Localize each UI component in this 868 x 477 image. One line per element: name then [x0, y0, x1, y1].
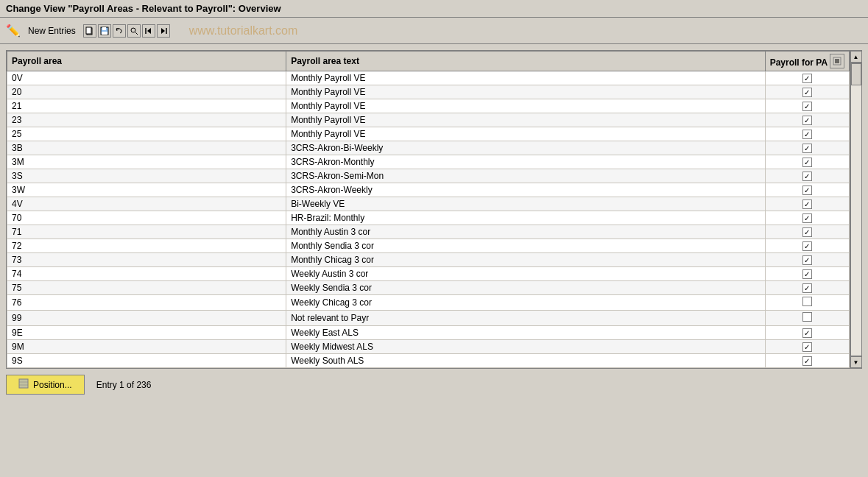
table-row[interactable]: 73Monthly Chicag 3 cor [7, 253, 850, 267]
cell-payroll-area: 74 [7, 267, 286, 281]
column-settings-icon[interactable] [830, 54, 844, 68]
cell-payroll-for-pa[interactable] [765, 141, 849, 155]
scroll-thumb[interactable] [851, 63, 861, 85]
cell-payroll-for-pa[interactable] [765, 113, 849, 127]
checkbox[interactable] [802, 227, 812, 237]
cell-payroll-area-text: Monthly Austin 3 cor [286, 225, 765, 239]
cell-payroll-for-pa[interactable] [765, 169, 849, 183]
cell-payroll-for-pa[interactable] [765, 267, 849, 281]
cell-payroll-for-pa[interactable] [765, 253, 849, 267]
cell-payroll-for-pa[interactable] [765, 211, 849, 225]
position-button[interactable]: Position... [6, 375, 85, 395]
scrollbar[interactable]: ▲ ▼ [850, 51, 861, 368]
table-row[interactable]: 99Not relevant to Payr [7, 311, 850, 326]
cell-payroll-for-pa[interactable] [765, 99, 849, 113]
cell-payroll-for-pa[interactable] [765, 197, 849, 211]
checkbox[interactable] [802, 74, 812, 83]
entry-info: Entry 1 of 236 [96, 380, 152, 390]
title-bar: Change View "Payroll Areas - Relevant to… [0, 0, 868, 18]
checkbox[interactable] [802, 102, 812, 111]
cell-payroll-area-text: Weekly East ALS [286, 326, 765, 340]
checkbox[interactable] [802, 172, 812, 181]
scroll-down-button[interactable]: ▼ [850, 356, 862, 368]
table-row[interactable]: 4VBi-Weekly VE [7, 197, 850, 211]
save-icon[interactable] [98, 24, 111, 38]
table-row[interactable]: 23Monthly Payroll VE [7, 113, 850, 127]
checkbox[interactable] [802, 283, 812, 293]
watermark: www.tutorialkart.com [189, 24, 298, 38]
table-row[interactable]: 9EWeekly East ALS [7, 326, 850, 340]
checkbox[interactable] [802, 255, 812, 265]
cell-payroll-area-text: Monthly Payroll VE [286, 127, 765, 141]
table-row[interactable]: 9SWeekly South ALS [7, 354, 850, 368]
cell-payroll-for-pa[interactable] [765, 281, 849, 295]
checkbox[interactable] [802, 269, 812, 279]
checkbox[interactable] [802, 116, 812, 125]
checkbox[interactable] [802, 144, 812, 153]
checkbox[interactable] [802, 213, 812, 223]
scroll-track[interactable] [850, 63, 862, 356]
cell-payroll-for-pa[interactable] [765, 225, 849, 239]
table-row[interactable]: 72Monthly Sendia 3 cor [7, 239, 850, 253]
table-row[interactable]: 3M3CRS-Akron-Monthly [7, 155, 850, 169]
cell-payroll-for-pa[interactable] [765, 295, 849, 311]
checkbox[interactable] [802, 158, 812, 167]
checkbox[interactable] [802, 342, 812, 352]
table-row[interactable]: 0VMonthly Payroll VE [7, 71, 850, 85]
checkbox[interactable] [802, 297, 812, 306]
table-row[interactable]: 9MWeekly Midwest ALS [7, 340, 850, 354]
cell-payroll-area-text: Monthly Payroll VE [286, 113, 765, 127]
table-row[interactable]: 71Monthly Austin 3 cor [7, 225, 850, 239]
cell-payroll-area-text: 3CRS-Akron-Semi-Mon [286, 169, 765, 183]
cell-payroll-area-text: Monthly Payroll VE [286, 71, 765, 85]
toolbar-icons [83, 24, 170, 38]
cell-payroll-for-pa[interactable] [765, 326, 849, 340]
table-row[interactable]: 3B3CRS-Akron-Bi-Weekly [7, 141, 850, 155]
new-entries-icon: ✏️ [6, 24, 21, 38]
nav-last-icon[interactable] [157, 24, 170, 38]
cell-payroll-for-pa[interactable] [765, 71, 849, 85]
table-row[interactable]: 75Weekly Sendia 3 cor [7, 281, 850, 295]
cell-payroll-for-pa[interactable] [765, 354, 849, 368]
scroll-up-button[interactable]: ▲ [850, 51, 862, 63]
table-row[interactable]: 3S3CRS-Akron-Semi-Mon [7, 169, 850, 183]
cell-payroll-for-pa[interactable] [765, 183, 849, 197]
cell-payroll-for-pa[interactable] [765, 85, 849, 99]
checkbox[interactable] [802, 88, 812, 97]
cell-payroll-area-text: Bi-Weekly VE [286, 197, 765, 211]
table-row[interactable]: 21Monthly Payroll VE [7, 99, 850, 113]
cell-payroll-area: 20 [7, 85, 286, 99]
checkbox[interactable] [802, 199, 812, 209]
col-header-payroll-area: Payroll area [7, 52, 286, 71]
checkbox[interactable] [802, 241, 812, 251]
cell-payroll-area: 21 [7, 99, 286, 113]
cell-payroll-for-pa[interactable] [765, 239, 849, 253]
table-row[interactable]: 3W3CRS-Akron-Weekly [7, 183, 850, 197]
checkbox[interactable] [802, 328, 812, 338]
find-icon[interactable] [127, 24, 141, 38]
svg-rect-1 [86, 27, 91, 34]
copy-icon[interactable] [83, 24, 96, 38]
svg-rect-3 [102, 27, 106, 30]
table-row[interactable]: 76Weekly Chicag 3 cor [7, 295, 850, 311]
new-entries-button[interactable]: New Entries [25, 24, 79, 38]
cell-payroll-area-text: Weekly Sendia 3 cor [286, 281, 765, 295]
table-row[interactable]: 74Weekly Austin 3 cor [7, 267, 850, 281]
table-row[interactable]: 20Monthly Payroll VE [7, 85, 850, 99]
checkbox[interactable] [802, 130, 812, 139]
cell-payroll-area: 9S [7, 354, 286, 368]
window-title: Change View "Payroll Areas - Relevant to… [6, 3, 281, 14]
cell-payroll-for-pa[interactable] [765, 155, 849, 169]
svg-point-5 [131, 28, 135, 32]
nav-first-icon[interactable] [142, 24, 155, 38]
checkbox[interactable] [802, 186, 812, 195]
cell-payroll-for-pa[interactable] [765, 127, 849, 141]
undo-icon[interactable] [113, 24, 126, 38]
checkbox[interactable] [802, 312, 812, 322]
checkbox[interactable] [802, 356, 812, 366]
table-row[interactable]: 25Monthly Payroll VE [7, 127, 850, 141]
cell-payroll-for-pa[interactable] [765, 311, 849, 326]
cell-payroll-for-pa[interactable] [765, 340, 849, 354]
table-row[interactable]: 70HR-Brazil: Monthly [7, 211, 850, 225]
cell-payroll-area: 0V [7, 71, 286, 85]
